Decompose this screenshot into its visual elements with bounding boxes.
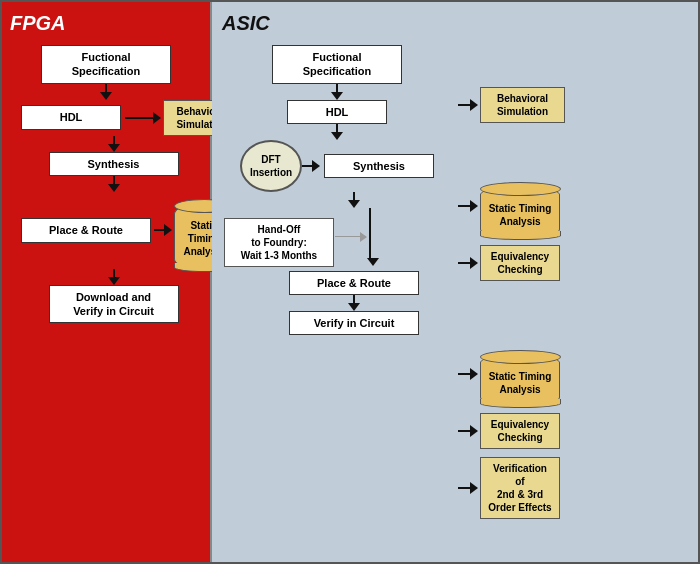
asic-equivalency-2-row: EquivalencyChecking — [458, 413, 565, 449]
asic-static-timing-1: Static TimingAnalysis — [480, 187, 560, 237]
asic-verification-row: Verification of2nd & 3rdOrder Effects — [458, 457, 565, 519]
asic-static-timing-2: Static TimingAnalysis — [480, 355, 560, 405]
asic-dft-insertion: DFTInsertion — [240, 140, 302, 192]
asic-right-column: BehavioralSimulation Static TimingAnalys… — [452, 45, 565, 519]
fpga-download-verify: Download andVerify in Circuit — [49, 285, 179, 324]
asic-verify-circuit: Verify in Circuit — [289, 311, 419, 335]
asic-behavioral-sim-row: BehavioralSimulation — [458, 87, 565, 123]
asic-static-timing-2-row: Static TimingAnalysis — [458, 343, 565, 405]
fpga-place-route-row: Place & Route Static TimingAnalysis — [6, 192, 206, 269]
asic-title: ASIC — [222, 12, 690, 35]
asic-verification: Verification of2nd & 3rdOrder Effects — [480, 457, 560, 519]
asic-handoff-box: Hand-Offto Foundry:Wait 1-3 Months — [224, 218, 334, 267]
asic-equivalency-2: EquivalencyChecking — [480, 413, 560, 449]
asic-panel: ASIC FuctionalSpecification HDL DFTInser… — [212, 2, 698, 564]
asic-flow: FuctionalSpecification HDL DFTInsertion — [222, 45, 690, 519]
asic-synthesis: Synthesis — [324, 154, 434, 178]
asic-place-route: Place & Route — [289, 271, 419, 295]
fpga-hdl: HDL — [21, 105, 121, 129]
fpga-title: FPGA — [10, 12, 202, 35]
fpga-flow: FuctionalSpecification HDL BehavioralSim… — [10, 45, 202, 323]
asic-static-timing-1-row: Static TimingAnalysis — [458, 175, 565, 237]
asic-main-column: FuctionalSpecification HDL DFTInsertion — [222, 45, 452, 519]
asic-hdl: HDL — [287, 100, 387, 124]
fpga-hdl-row: HDL BehavioralSimulation — [6, 100, 206, 136]
asic-synthesis-row: DFTInsertion Synthesis — [240, 140, 434, 192]
asic-functional-spec: FuctionalSpecification — [272, 45, 402, 84]
asic-handoff-row: Hand-Offto Foundry:Wait 1-3 Months — [222, 208, 452, 267]
handoff-arrow — [335, 232, 367, 242]
fpga-functional-spec: FuctionalSpecification — [41, 45, 171, 84]
asic-behavioral-sim: BehavioralSimulation — [480, 87, 565, 123]
asic-equivalency-1: EquivalencyChecking — [480, 245, 560, 281]
fpga-place-route: Place & Route — [21, 218, 151, 242]
asic-equivalency-1-row: EquivalencyChecking — [458, 245, 565, 281]
fpga-panel: FPGA FuctionalSpecification HDL Behavior… — [2, 2, 212, 564]
fpga-synthesis: Synthesis — [49, 152, 179, 176]
